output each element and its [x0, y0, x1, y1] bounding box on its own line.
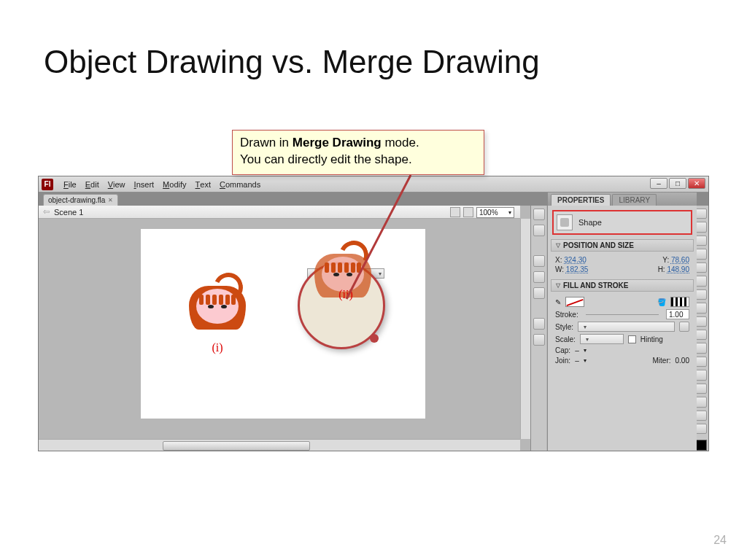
dock-icon[interactable] [533, 255, 545, 267]
x-label: X: [555, 256, 562, 264]
document-tab[interactable]: object-drawing.fla ✕ [43, 194, 118, 206]
stage-canvas[interactable]: (i) (ii) [141, 229, 425, 419]
menu-edit[interactable]: Edit [81, 176, 104, 192]
scale-select[interactable] [580, 334, 624, 344]
tab-properties[interactable]: PROPERTIES [551, 194, 611, 206]
menu-modify[interactable]: Modify [158, 176, 190, 192]
horizontal-scrollbar[interactable] [39, 439, 520, 451]
x-value[interactable]: 324.30 [564, 256, 587, 264]
scale-label: Scale: [555, 335, 576, 343]
style-label: Style: [555, 323, 573, 331]
miter-value[interactable]: 0.00 [676, 357, 689, 365]
y-label: Y: [662, 256, 669, 264]
callout-line2: You can directly edit the shape. [240, 152, 412, 166]
dock-icon[interactable] [533, 287, 545, 299]
object-type-row: Shape [552, 210, 692, 235]
callout-bold: Merge Drawing [293, 136, 382, 149]
menu-commands[interactable]: Commands [215, 176, 265, 192]
dock-icon[interactable] [533, 334, 545, 346]
maximize-button[interactable]: □ [669, 178, 686, 189]
join-value[interactable]: – [575, 357, 579, 365]
shape-icon [557, 214, 573, 230]
w-label: W: [555, 265, 564, 273]
cap-value[interactable]: – [575, 346, 579, 354]
edit-scene-icon[interactable] [450, 207, 460, 217]
callout-text-2: mode. [382, 136, 419, 149]
callout-text-1: Drawn in [240, 136, 293, 149]
stroke-bucket-icon[interactable]: 🪣 [657, 298, 666, 306]
menu-insert[interactable]: Insert [130, 176, 159, 192]
tab-library[interactable]: LIBRARY [612, 194, 657, 206]
hinting-label: Hinting [640, 335, 663, 343]
stroke-color-swatch[interactable] [670, 297, 689, 307]
style-select[interactable] [578, 322, 675, 332]
section-position-header[interactable]: POSITION AND SIZE [551, 239, 694, 252]
scene-name[interactable]: Scene 1 [54, 208, 83, 217]
document-tab-label: object-drawing.fla [48, 196, 105, 204]
w-value[interactable]: 182.35 [566, 265, 589, 273]
drawing-object-ii[interactable]: (ii) [307, 268, 384, 279]
y-value[interactable]: 78.60 [671, 256, 689, 264]
edit-symbols-icon[interactable] [463, 207, 473, 217]
callout-box: Drawn in Merge Drawing mode. You can dir… [232, 130, 484, 175]
vertical-scrollbar[interactable] [520, 219, 530, 439]
stage-area[interactable]: (i) (ii) [39, 219, 520, 439]
dock-icon[interactable] [533, 209, 545, 220]
panel-tabs: PROPERTIES LIBRARY [548, 192, 697, 206]
menu-text[interactable]: Text [191, 176, 215, 192]
section-fill-header[interactable]: FILL AND STROKE [551, 279, 694, 292]
fill-color-swatch[interactable] [565, 297, 584, 307]
menu-file[interactable]: File [59, 176, 81, 192]
style-edit-icon[interactable] [679, 322, 689, 332]
flash-window: Fl File Edit View Insert Modify Text Com… [38, 176, 709, 451]
dock-icon[interactable] [533, 271, 545, 283]
hinting-checkbox[interactable] [628, 335, 636, 343]
fill-pencil-icon[interactable]: ✎ [555, 298, 561, 306]
stroke-label: Stroke: [555, 311, 578, 319]
close-button[interactable]: ✕ [688, 178, 705, 189]
document-tab-close-icon[interactable]: ✕ [108, 197, 113, 203]
scene-back-icon[interactable]: ⇦ [43, 207, 50, 217]
dock-icon[interactable] [533, 318, 545, 330]
dock-icon[interactable] [533, 225, 545, 236]
h-value[interactable]: 148.90 [667, 265, 689, 273]
h-label: H: [658, 265, 665, 273]
app-logo: Fl [42, 179, 53, 190]
stroke-value[interactable]: 1.00 [666, 309, 689, 319]
miter-label: Miter: [653, 357, 671, 365]
scene-bar: ⇦ Scene 1 100%▾ [39, 206, 520, 219]
slide-title: Object Drawing vs. Merge Drawing [44, 44, 540, 80]
object-type-label: Shape [578, 218, 602, 227]
page-number: 24 [713, 534, 727, 547]
label-i: (i) [185, 341, 250, 354]
zoom-input[interactable]: 100%▾ [476, 207, 514, 218]
window-controls: – □ ✕ [650, 178, 705, 189]
properties-panel: PROPERTIES LIBRARY Shape POSITION AND SI… [547, 192, 697, 451]
left-icon-dock [530, 206, 546, 451]
join-label: Join: [555, 357, 570, 365]
cap-label: Cap: [555, 346, 570, 354]
menu-view[interactable]: View [104, 176, 130, 192]
minimize-button[interactable]: – [650, 178, 667, 189]
label-ii: (ii) [308, 288, 384, 301]
menubar: Fl File Edit View Insert Modify Text Com… [39, 176, 708, 192]
drawing-object-i[interactable]: (i) [185, 273, 250, 338]
